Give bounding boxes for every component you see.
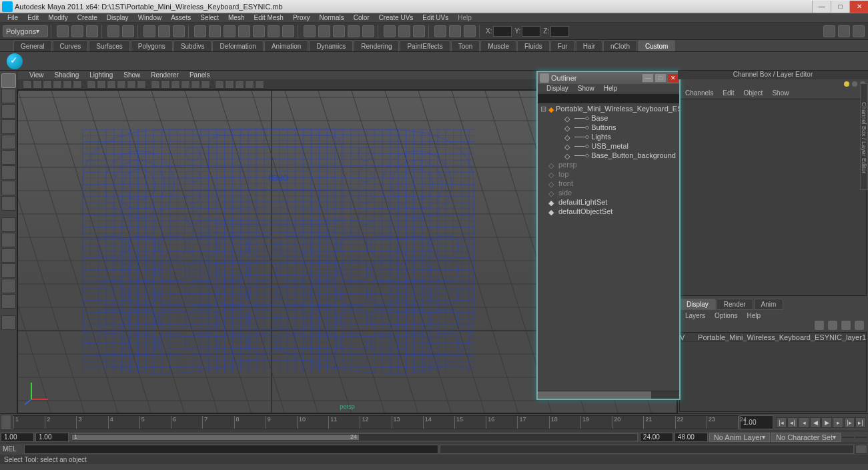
layout-hyper-icon[interactable] xyxy=(1,279,16,293)
range-end-inner-field[interactable]: 24.00 xyxy=(640,433,673,442)
mask-icon[interactable] xyxy=(253,25,265,37)
mask-icon[interactable] xyxy=(282,25,294,37)
mask-icon[interactable] xyxy=(268,25,280,37)
time-ruler[interactable]: 123456789101112131415161718192021222324 xyxy=(13,415,739,429)
shelf-tab-rendering[interactable]: Rendering xyxy=(354,40,399,51)
layout-icon[interactable] xyxy=(853,25,865,37)
cb-menu-channels[interactable]: Channels xyxy=(681,89,718,97)
shelf-tab-fur[interactable]: Fur xyxy=(550,40,575,51)
layout-icon[interactable] xyxy=(838,25,850,37)
layer-move-down-icon[interactable] xyxy=(828,321,837,330)
coord-z-field[interactable] xyxy=(550,26,569,37)
menu-normals[interactable]: Normals xyxy=(315,13,349,23)
window-minimize-button[interactable]: ― xyxy=(812,1,831,13)
layout-four-icon[interactable] xyxy=(1,233,16,247)
vp-tool-icon[interactable] xyxy=(225,80,234,89)
outliner-menu-display[interactable]: Display xyxy=(542,85,573,92)
select-hier-icon[interactable] xyxy=(143,25,155,37)
layer-menu-options[interactable]: Options xyxy=(710,312,742,319)
snap-live-icon[interactable] xyxy=(362,25,374,37)
open-scene-icon[interactable] xyxy=(71,25,83,37)
step-back-button[interactable]: ◂ xyxy=(799,417,809,428)
select-obj-icon[interactable] xyxy=(158,25,170,37)
outliner-item[interactable]: ◇──○ Base_Button_background xyxy=(538,151,679,160)
step-back-key-button[interactable]: ◂| xyxy=(787,417,798,428)
snap-curve-icon[interactable] xyxy=(318,25,330,37)
layer-tab-display[interactable]: Display xyxy=(679,299,716,310)
snap-grid-icon[interactable] xyxy=(304,25,316,37)
shelf-tab-surfaces[interactable]: Surfaces xyxy=(89,40,129,51)
menu-window[interactable]: Window xyxy=(133,13,167,23)
vp-tool-icon[interactable] xyxy=(137,80,146,89)
menu-color[interactable]: Color xyxy=(349,13,374,23)
layout-icon[interactable] xyxy=(823,25,835,37)
render-icon[interactable] xyxy=(434,25,446,37)
module-selector[interactable]: Polygons ▾ xyxy=(3,25,48,37)
show-manip-tool-icon[interactable] xyxy=(1,196,16,211)
menu-edit[interactable]: Edit xyxy=(23,13,43,23)
vp-menu-lighting[interactable]: Lighting xyxy=(84,71,118,79)
menu-createuvs[interactable]: Create UVs xyxy=(374,13,418,23)
shelf-tab-ncloth[interactable]: nCloth xyxy=(603,40,637,51)
outliner-item[interactable]: ◇──○ USB_metal xyxy=(538,141,679,151)
last-tool-icon[interactable] xyxy=(1,315,16,330)
shelf-tab-painteffects[interactable]: PaintEffects xyxy=(400,40,450,51)
outliner-item[interactable]: ◆defaultLightSet xyxy=(538,197,679,207)
range-slider-thumb[interactable] xyxy=(72,435,359,440)
menu-create[interactable]: Create xyxy=(73,13,102,23)
script-editor-button[interactable] xyxy=(855,445,867,454)
mask-icon[interactable] xyxy=(209,25,221,37)
snap-plane-icon[interactable] xyxy=(348,25,360,37)
menu-editmesh[interactable]: Edit Mesh xyxy=(249,13,288,23)
shelf-tab-subdivs[interactable]: Subdivs xyxy=(173,40,212,51)
mask-icon[interactable] xyxy=(224,25,236,37)
channel-toggle-icon[interactable] xyxy=(844,81,849,87)
step-forward-button[interactable]: ▸ xyxy=(833,417,843,428)
history-icon[interactable] xyxy=(398,25,410,37)
character-set-selector[interactable]: No Character Set ▾ xyxy=(771,433,841,442)
play-forward-button[interactable]: ▶ xyxy=(821,417,832,428)
soft-mod-tool-icon[interactable] xyxy=(1,181,16,195)
range-start-inner-field[interactable]: 1.00 xyxy=(35,433,69,442)
menu-modify[interactable]: Modify xyxy=(43,13,72,23)
menu-display[interactable]: Display xyxy=(102,13,133,23)
outliner-item[interactable]: ◇front xyxy=(538,179,679,188)
vp-tool-icon[interactable] xyxy=(127,80,136,89)
vp-menu-view[interactable]: View xyxy=(24,71,49,79)
vp-tool-icon[interactable] xyxy=(43,80,52,89)
auto-key-button[interactable] xyxy=(842,437,854,438)
outliner-item[interactable]: ◇──○ Lights xyxy=(538,132,679,141)
vp-tool-icon[interactable] xyxy=(97,80,106,89)
layer-move-up-icon[interactable] xyxy=(815,321,824,330)
cb-menu-edit[interactable]: Edit xyxy=(718,89,739,97)
shelf-tab-animation[interactable]: Animation xyxy=(264,40,308,51)
construction-history-icon[interactable] xyxy=(384,25,396,37)
time-slider-handle-left[interactable] xyxy=(1,415,11,430)
shelf-tab-general[interactable]: General xyxy=(13,40,52,51)
outliner-item[interactable]: ◇──○ Buttons xyxy=(538,123,679,132)
layer-new-selected-icon[interactable] xyxy=(855,321,864,330)
menu-help[interactable]: Help xyxy=(453,13,476,23)
outliner-item[interactable]: ◇side xyxy=(538,188,679,197)
manip-tool-icon[interactable] xyxy=(1,165,16,180)
move-tool-icon[interactable] xyxy=(1,119,16,134)
step-forward-key-button[interactable]: |▸ xyxy=(844,417,855,428)
layer-tab-render[interactable]: Render xyxy=(717,299,753,310)
snap-point-icon[interactable] xyxy=(333,25,345,37)
vp-tool-icon[interactable] xyxy=(215,80,224,89)
scale-tool-icon[interactable] xyxy=(1,150,16,165)
command-lang-label[interactable]: MEL xyxy=(0,445,24,453)
shelf-tab-fluids[interactable]: Fluids xyxy=(517,40,550,51)
outliner-item[interactable]: ◇persp xyxy=(538,160,679,169)
outliner-minimize-button[interactable]: ― xyxy=(642,73,654,83)
vp-tool-icon[interactable] xyxy=(245,80,254,89)
vp-tool-icon[interactable] xyxy=(33,80,42,89)
layer-list[interactable]: V Portable_Mini_Wireless_Keyboard_ESYNIC… xyxy=(679,332,867,412)
range-slider-track[interactable]: 1 24 xyxy=(71,433,638,441)
layer-menu-layers[interactable]: Layers xyxy=(681,312,710,319)
vp-tool-icon[interactable] xyxy=(181,80,190,89)
menu-edituvs[interactable]: Edit UVs xyxy=(418,13,453,23)
vp-tool-icon[interactable] xyxy=(201,80,210,89)
shelf-tab-deformation[interactable]: Deformation xyxy=(212,40,263,51)
vp-tool-icon[interactable] xyxy=(73,80,82,89)
